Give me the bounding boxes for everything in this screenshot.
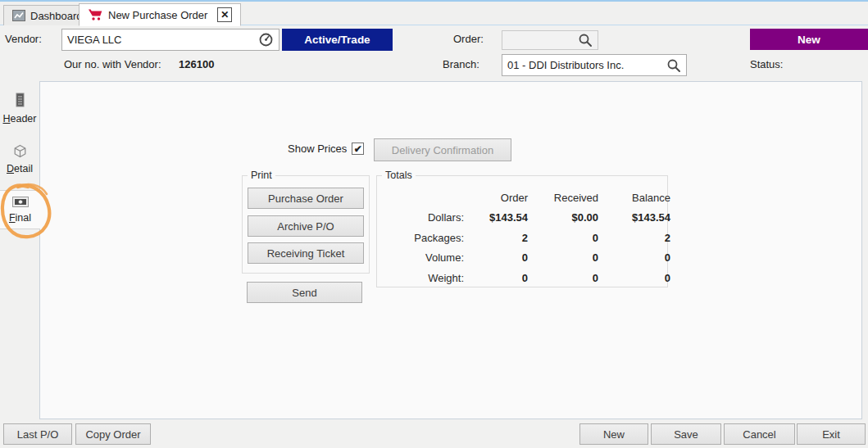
totals-table: Order Received Balance Dollars: $143.54 … <box>384 188 672 288</box>
search-icon[interactable] <box>578 33 593 48</box>
cart-icon <box>88 8 103 21</box>
sidebar-item-header[interactable]: Header <box>0 93 39 124</box>
new-button[interactable]: New <box>579 423 648 445</box>
copy-order-button[interactable]: Copy Order <box>75 423 151 445</box>
delivery-confirmation-button[interactable]: Delivery Confirmation <box>374 138 511 161</box>
order-field[interactable] <box>502 30 598 50</box>
sidebar-final-label: Final <box>0 212 40 224</box>
print-group-title: Print <box>248 170 275 181</box>
sidebar-detail-label: Detail <box>0 163 39 174</box>
totals-volume-balance: 0 <box>600 251 672 264</box>
exit-button[interactable]: Exit <box>797 423 866 445</box>
totals-volume-order: 0 <box>466 251 529 264</box>
our-no-value: 126100 <box>179 54 214 75</box>
totals-col-order: Order <box>466 192 529 204</box>
app-window: Dashboard New Purchase Order ✕ Vendor: V… <box>0 0 868 448</box>
sidebar-item-detail[interactable]: Detail <box>0 144 39 174</box>
branch-value: 01 - DDI Distributors Inc. <box>507 59 624 71</box>
totals-packages-order: 2 <box>466 232 529 244</box>
vendor-field[interactable]: VIEGA LLC <box>61 29 279 51</box>
show-prices-label: Show Prices <box>288 143 347 155</box>
branch-field[interactable]: 01 - DDI Distributors Inc. <box>502 54 687 76</box>
totals-row-label-weight: Weight: <box>384 272 466 284</box>
totals-col-balance: Balance <box>600 192 672 204</box>
vendor-value: VIEGA LLC <box>67 34 121 46</box>
save-button[interactable]: Save <box>651 423 721 445</box>
totals-group: Totals Order Received Balance Dollars: $… <box>376 175 668 287</box>
sidebar-header-label: Header <box>0 113 39 124</box>
receiving-ticket-button[interactable]: Receiving Ticket <box>248 242 364 264</box>
sidebar-item-final[interactable]: Final <box>0 190 40 229</box>
send-button[interactable]: Send <box>247 282 362 303</box>
purchase-order-button[interactable]: Purchase Order <box>248 188 364 209</box>
search-icon[interactable] <box>666 58 681 73</box>
print-group: Print Purchase Order Archive P/O Receivi… <box>242 175 370 274</box>
content-panel: Show Prices ✔ Delivery Confirmation Prin… <box>39 81 862 419</box>
new-order-button[interactable]: New <box>750 29 868 50</box>
order-label: Order: <box>453 29 484 50</box>
tab-bar: Dashboard New Purchase Order ✕ <box>0 2 868 25</box>
banknote-icon <box>12 197 29 207</box>
totals-packages-balance: 2 <box>600 232 672 244</box>
archive-po-button[interactable]: Archive P/O <box>248 215 364 237</box>
cube-icon <box>13 144 27 158</box>
totals-dollars-order: $143.54 <box>466 211 529 224</box>
history-clock-icon[interactable] <box>258 32 274 48</box>
totals-group-title: Totals <box>382 170 416 181</box>
tab-close-icon[interactable]: ✕ <box>217 7 232 22</box>
totals-weight-order: 0 <box>466 272 529 284</box>
totals-volume-received: 0 <box>529 251 600 264</box>
active-trade-button[interactable]: Active/Trade <box>282 29 393 51</box>
totals-weight-received: 0 <box>529 272 600 284</box>
last-po-button[interactable]: Last P/O <box>3 423 72 445</box>
our-no-label: Our no. with Vendor: <box>64 54 161 75</box>
totals-dollars-balance: $143.54 <box>600 211 672 224</box>
tab-new-purchase-order[interactable]: New Purchase Order ✕ <box>79 3 241 26</box>
totals-row-label-packages: Packages: <box>384 232 466 244</box>
ledger-icon <box>14 93 26 108</box>
totals-row-label-volume: Volume: <box>384 251 466 264</box>
tab-dashboard-label: Dashboard <box>30 10 83 22</box>
totals-col-received: Received <box>529 192 600 204</box>
totals-dollars-received: $0.00 <box>529 211 600 224</box>
cancel-button[interactable]: Cancel <box>724 423 795 445</box>
vendor-label: Vendor: <box>5 29 42 50</box>
tab-active-label: New Purchase Order <box>108 9 207 21</box>
chart-icon <box>12 10 25 21</box>
show-prices-checkbox[interactable]: ✔ <box>352 143 364 155</box>
totals-row-label-dollars: Dollars: <box>384 211 466 224</box>
status-label: Status: <box>750 54 783 75</box>
totals-weight-balance: 0 <box>600 272 672 284</box>
totals-packages-received: 0 <box>529 232 600 244</box>
branch-label: Branch: <box>443 54 479 75</box>
